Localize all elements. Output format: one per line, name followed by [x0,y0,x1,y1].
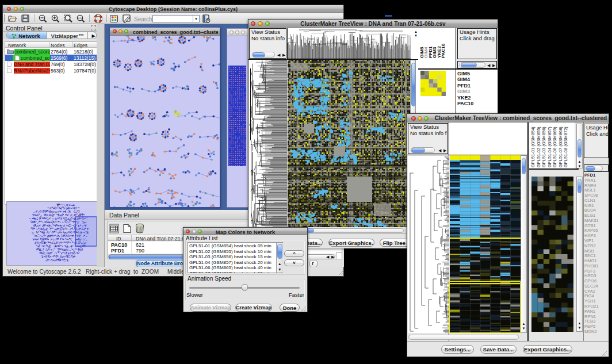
svg-text:1:1: 1:1 [78,17,82,20]
